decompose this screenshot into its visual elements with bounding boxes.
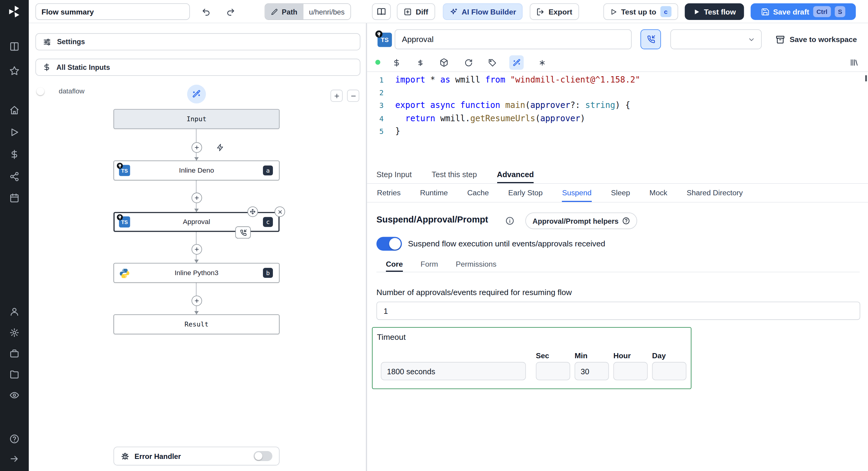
export-button[interactable]: Export <box>530 3 579 20</box>
timeout-hour-input[interactable] <box>613 362 648 380</box>
approval-prompt-helpers-button[interactable]: Approval/Prompt helpers <box>525 212 638 229</box>
tab-runtime[interactable]: Runtime <box>420 184 448 202</box>
step-name-input[interactable] <box>395 29 632 49</box>
path-value: u/henri/bes <box>303 4 350 19</box>
code-editor[interactable]: 12345 import * as wmill from "windmill-c… <box>367 72 868 164</box>
nav-schedules[interactable] <box>0 190 29 206</box>
nav-workers[interactable] <box>0 346 29 361</box>
nav-settings[interactable] <box>0 325 29 341</box>
nav-resources[interactable] <box>0 169 29 184</box>
static-inputs-button[interactable]: All Static Inputs <box>35 59 360 76</box>
format-button[interactable] <box>535 55 549 70</box>
timeout-day-input[interactable] <box>652 362 687 380</box>
panel-splitter[interactable] <box>366 23 367 471</box>
arrow-down-icon <box>194 311 198 315</box>
timeout-sec-input[interactable] <box>536 362 570 380</box>
asterisk-icon <box>538 58 546 66</box>
move-node-button[interactable] <box>248 206 258 217</box>
script-version-select[interactable] <box>670 29 762 49</box>
tab-permissions[interactable]: Permissions <box>456 257 497 272</box>
nav-collapse[interactable] <box>0 451 29 467</box>
arrow-right-icon <box>9 454 19 464</box>
nav-help[interactable] <box>0 431 29 446</box>
add-step-button[interactable] <box>191 192 202 203</box>
ai-wand-button[interactable] <box>187 85 206 104</box>
info-icon[interactable] <box>505 216 514 225</box>
nav-home[interactable] <box>0 102 29 118</box>
tab-suspend[interactable]: Suspend <box>562 184 592 202</box>
suspend-enable-toggle[interactable] <box>376 237 402 251</box>
approvals-count-input[interactable] <box>376 302 860 320</box>
flow-node-inline-deno[interactable]: TS Inline Deno a <box>113 160 279 180</box>
save-to-workspace-button[interactable]: Save to workspace <box>776 29 857 49</box>
plus-icon <box>193 246 199 252</box>
nav-variables[interactable] <box>0 147 29 162</box>
input-node-label: Input <box>114 110 279 128</box>
error-handler-toggle[interactable] <box>254 451 272 461</box>
scrollbar-marker[interactable] <box>865 75 867 81</box>
nav-users[interactable] <box>0 304 29 319</box>
library-button[interactable] <box>847 55 861 70</box>
save-to-workspace-label: Save to workspace <box>790 35 857 43</box>
diff-button[interactable]: Diff <box>397 3 435 20</box>
save-draft-button[interactable]: Save draftCtrlS <box>751 3 856 20</box>
nav-runs[interactable] <box>0 124 29 140</box>
ai-flow-builder-button[interactable]: AI Flow Builder <box>443 3 523 20</box>
tab-retries[interactable]: Retries <box>377 184 400 202</box>
zoom-in-button[interactable] <box>330 90 342 102</box>
wand-icon <box>192 90 201 98</box>
nav-board[interactable] <box>0 39 29 54</box>
delete-node-button[interactable] <box>274 206 285 217</box>
tab-form[interactable]: Form <box>421 257 438 272</box>
test-up-to-button[interactable]: Test up toc <box>603 3 678 20</box>
tab-mock[interactable]: Mock <box>650 184 667 202</box>
reset-button[interactable] <box>461 55 476 70</box>
status-dot <box>375 60 380 65</box>
nav-audit[interactable] <box>0 388 29 403</box>
chevron-down-icon <box>747 35 755 43</box>
dependencies-button[interactable] <box>437 55 451 70</box>
tab-sleep[interactable]: Sleep <box>611 184 630 202</box>
test-up-to-label: Test up to <box>621 7 656 16</box>
add-resource-button[interactable] <box>413 55 427 70</box>
add-trigger-button[interactable] <box>213 141 227 153</box>
tab-step-input[interactable]: Step Input <box>376 165 412 183</box>
undo-button[interactable] <box>196 3 215 20</box>
add-variable-button[interactable] <box>389 55 404 70</box>
windmill-logo-icon[interactable] <box>7 4 22 19</box>
flow-node-inline-python3[interactable]: Inline Python3 b <box>113 263 279 283</box>
nav-favorites[interactable] <box>0 63 29 79</box>
briefcase-icon <box>9 349 19 358</box>
suspend-indicator-badge[interactable] <box>235 227 251 238</box>
error-handler-label: Error Handler <box>134 452 248 460</box>
bug-icon <box>121 452 129 461</box>
flow-node-result[interactable]: Result <box>113 315 279 334</box>
add-step-button[interactable] <box>191 295 202 306</box>
nav-folders[interactable] <box>0 367 29 382</box>
flow-summary-input[interactable] <box>35 3 190 20</box>
suspend-toggle-button[interactable] <box>641 29 661 49</box>
path-control[interactable]: Path u/henri/bes <box>265 3 351 20</box>
tab-cache[interactable]: Cache <box>467 184 489 202</box>
tab-shared-directory[interactable]: Shared Directory <box>687 184 743 202</box>
error-handler-row[interactable]: Error Handler <box>113 446 279 465</box>
tag-button[interactable] <box>485 55 499 70</box>
flow-settings-button[interactable]: Settings <box>35 33 360 51</box>
flow-node-input[interactable]: Input <box>113 109 279 129</box>
tab-advanced[interactable]: Advanced <box>497 165 534 183</box>
tab-early-stop[interactable]: Early Stop <box>508 184 543 202</box>
timeout-summary-input[interactable] <box>381 362 526 380</box>
timeout-min-input[interactable] <box>575 362 609 380</box>
tab-test-this-step[interactable]: Test this step <box>432 165 477 183</box>
zoom-out-button[interactable] <box>347 90 359 102</box>
step-tabs: Step Input Test this step Advanced <box>367 165 868 184</box>
timeout-group: Timeout Sec Min Hour Day <box>372 327 691 389</box>
add-step-button[interactable] <box>191 244 202 254</box>
add-step-button[interactable] <box>191 142 202 153</box>
docs-button[interactable] <box>372 3 391 20</box>
redo-button[interactable] <box>221 3 240 20</box>
tab-core[interactable]: Core <box>386 257 403 272</box>
close-icon <box>277 209 283 214</box>
test-flow-button[interactable]: Test flow <box>685 3 744 20</box>
ai-assistant-button[interactable] <box>509 55 524 70</box>
